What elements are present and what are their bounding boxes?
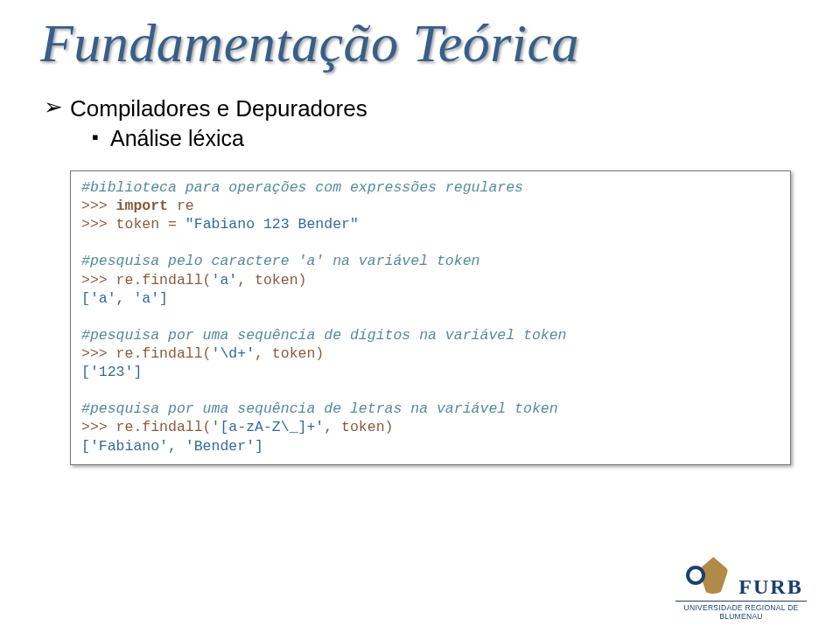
code-output: ['123'] [81, 364, 142, 380]
code-prompt: >>> re.findall( [81, 272, 212, 289]
bullet-level2-text: Análise léxica [110, 126, 244, 151]
code-string: '[a-zA-Z\_]+' [212, 419, 325, 435]
code-string: 'a' [212, 272, 238, 289]
code-module: re [168, 198, 194, 214]
slide-body: ➢ Compiladores e Depuradores ▪ Análise l… [40, 95, 800, 465]
code-string: '\d+' [212, 345, 256, 362]
bullet-level1-text: Compiladores e Depuradores [70, 95, 368, 122]
slide: Fundamentação Teórica ➢ Compiladores e D… [0, 12, 840, 626]
slide-title: Fundamentação Teórica [40, 12, 800, 74]
logo-row: FURB [676, 555, 807, 599]
logo-ring-shape [686, 566, 705, 585]
code-prompt: >>> token = [81, 216, 186, 233]
code-comment: #pesquisa por uma sequência de dígitos n… [81, 327, 567, 344]
code-prompt: >>> re.findall( [81, 419, 212, 435]
code-content: #biblioteca para operações com expressõe… [71, 171, 790, 464]
code-output: ['a', 'a'] [81, 290, 168, 307]
code-prompt: >>> re.findall( [81, 345, 212, 362]
bullet-marker-triangle: ➢ [44, 95, 63, 118]
code-tail: , token) [237, 272, 306, 289]
logo-mark-icon [679, 555, 730, 599]
code-comment: #pesquisa por uma sequência de letras na… [81, 400, 558, 417]
code-comment: #pesquisa pelo caractere 'a' na variável… [81, 253, 480, 269]
logo: FURB UNIVERSIDADE REGIONAL DE BLUMENAU [676, 555, 807, 621]
bullet-level2: ▪ Análise léxica [89, 126, 800, 151]
logo-text: FURB [738, 575, 802, 599]
code-prompt: >>> [81, 198, 116, 214]
bullet-marker-square: ▪ [89, 126, 102, 149]
bullet-level1: ➢ Compiladores e Depuradores [44, 95, 800, 122]
code-output: ['Fabiano', 'Bender'] [81, 438, 263, 455]
code-keyword-import: import [116, 198, 168, 214]
code-string: "Fabiano 123 Bender" [186, 216, 359, 233]
code-comment: #biblioteca para operações com expressõe… [81, 179, 523, 196]
logo-subtitle: UNIVERSIDADE REGIONAL DE BLUMENAU [676, 601, 807, 621]
code-box: #biblioteca para operações com expressõe… [70, 170, 791, 465]
code-tail: , token) [255, 345, 324, 362]
code-tail: , token) [324, 419, 393, 435]
